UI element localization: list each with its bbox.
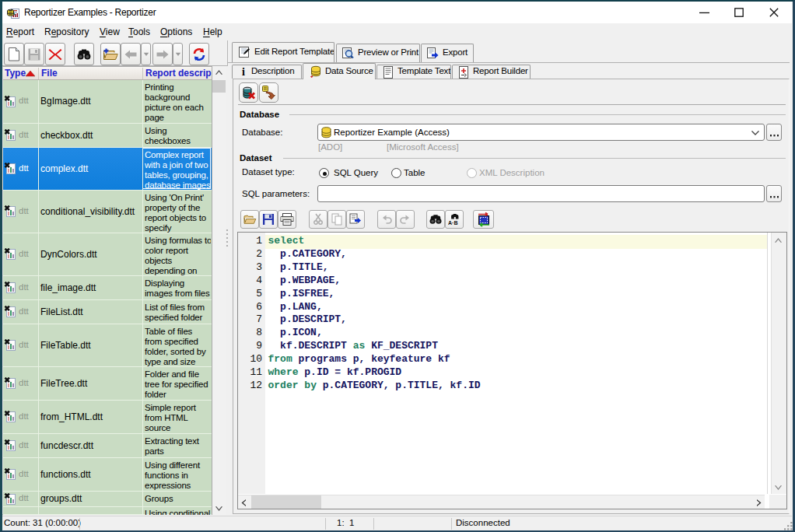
svg-text:A·B: A·B bbox=[448, 220, 457, 226]
